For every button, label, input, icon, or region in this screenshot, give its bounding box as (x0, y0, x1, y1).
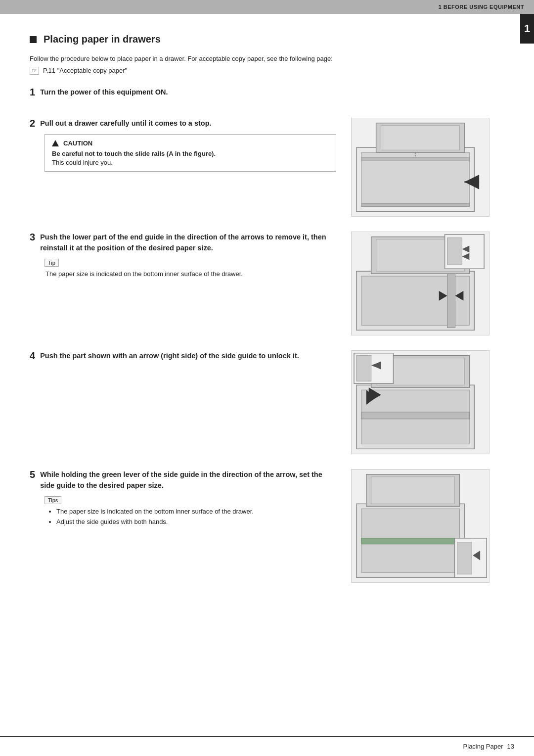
step-2-header: 2 Pull out a drawer carefully until it c… (30, 118, 336, 129)
caution-title: CAUTION (52, 140, 329, 147)
step-5-content: 5 While holding the green lever of the s… (30, 469, 336, 531)
step-4-text: Push the part shown with an arrow (right… (40, 350, 299, 361)
step-5-number: 5 (30, 469, 35, 480)
footer-right: Placing Paper 13 (463, 743, 514, 750)
step-3-content: 3 Push the lower part of the end guide i… (30, 232, 336, 282)
intro-line1: Follow the procedure below to place pape… (30, 54, 490, 64)
svg-rect-33 (361, 538, 460, 544)
svg-rect-3 (361, 203, 469, 206)
step-2-image: A (351, 118, 490, 217)
step-2-content: 2 Pull out a drawer carefully until it c… (30, 118, 336, 172)
svg-rect-29 (356, 355, 371, 381)
caution-bold-text: Be careful not to touch the slide rails … (52, 150, 329, 157)
step-2-svg: A (352, 118, 489, 217)
step-4-number: 4 (30, 350, 35, 362)
svg-rect-12 (447, 274, 455, 328)
footer: Placing Paper 13 (0, 736, 534, 756)
tips-box-5: Tips The paper size is indicated on the … (44, 496, 336, 527)
svg-rect-23 (361, 412, 469, 419)
chapter-header: 1 BEFORE USING EQUIPMENT (439, 4, 524, 10)
svg-rect-2 (361, 157, 469, 160)
step-2-row: 2 Pull out a drawer carefully until it c… (30, 118, 490, 217)
tip-box-3: Tip The paper size is indicated on the b… (44, 258, 336, 279)
caution-box: CAUTION Be careful not to touch the slid… (44, 134, 336, 172)
tips-list-5: The paper size is indicated on the botto… (51, 507, 336, 527)
step-2-number: 2 (30, 118, 35, 129)
step-1-row: 1 Turn the power of this equipment ON. (30, 87, 490, 103)
caution-body-text: This could injure you. (52, 159, 329, 166)
step-4-image (351, 350, 490, 454)
step-4-content: 4 Push the part shown with an arrow (rig… (30, 350, 336, 367)
ref-icon: ☞ (30, 67, 39, 75)
tip-text-3: The paper size is indicated on the botto… (45, 269, 336, 279)
top-bar: 1 BEFORE USING EQUIPMENT (0, 0, 534, 14)
step-1-text: Turn the power of this equipment ON. (40, 87, 168, 97)
step-3-header: 3 Push the lower part of the end guide i… (30, 232, 336, 254)
svg-rect-9 (381, 125, 460, 150)
main-content: Placing paper in drawers Follow the proc… (0, 14, 519, 627)
step-3-number: 3 (30, 232, 35, 243)
step-5-image (351, 469, 490, 583)
tip-item-1: The paper size is indicated on the botto… (56, 507, 336, 517)
svg-rect-1 (361, 152, 469, 206)
step-4-header: 4 Push the part shown with an arrow (rig… (30, 350, 336, 362)
step-3-svg (352, 232, 489, 335)
svg-rect-37 (371, 476, 455, 504)
step-3-text: Push the lower part of the end guide in … (40, 232, 336, 254)
tip-label-3: Tip (44, 259, 59, 267)
footer-page-number: 13 (507, 743, 514, 750)
svg-rect-18 (447, 237, 462, 265)
svg-rect-39 (457, 542, 472, 574)
footer-section-label: Placing Paper (463, 743, 503, 750)
step-1-number: 1 (30, 87, 35, 98)
step-4-row: 4 Push the part shown with an arrow (rig… (30, 350, 490, 454)
section-title: Placing paper in drawers (30, 34, 490, 45)
tips-label-5: Tips (44, 496, 61, 504)
step-5-row: 5 While holding the green lever of the s… (30, 469, 490, 583)
tip-item-2: Adjust the side guides with both hands. (56, 517, 336, 527)
title-square-icon (30, 36, 37, 43)
step-1-content: 1 Turn the power of this equipment ON. (30, 87, 490, 103)
step-4-svg (352, 350, 489, 454)
step-3-row: 3 Push the lower part of the end guide i… (30, 232, 490, 335)
step-5-header: 5 While holding the green lever of the s… (30, 469, 336, 491)
step-5-svg (352, 469, 489, 583)
step-1-header: 1 Turn the power of this equipment ON. (30, 87, 490, 98)
step-2-text: Pull out a drawer carefully until it com… (40, 118, 211, 129)
intro-ref: ☞ P.11 "Acceptable copy paper" (30, 67, 490, 75)
step-3-image (351, 232, 490, 335)
caution-triangle-icon (52, 140, 59, 146)
step-5-text: While holding the green lever of the sid… (40, 469, 336, 491)
side-tab: 1 (520, 14, 534, 44)
